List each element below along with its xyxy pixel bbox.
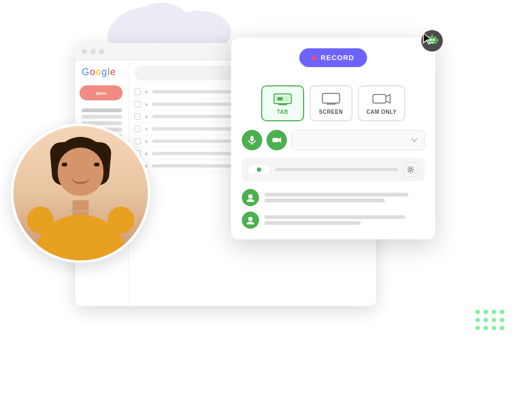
record-button-label: RECORD bbox=[321, 54, 354, 62]
svg-point-28 bbox=[248, 194, 253, 199]
email-checkbox[interactable] bbox=[134, 101, 141, 107]
record-button[interactable]: RECORD bbox=[299, 48, 367, 67]
browser-dot-green bbox=[99, 49, 104, 54]
email-checkbox[interactable] bbox=[134, 113, 141, 120]
recording-mode-selector: TAB SCREEN bbox=[242, 85, 425, 121]
svg-rect-16 bbox=[322, 93, 340, 103]
cam-only-mode-icon bbox=[372, 92, 391, 106]
email-star[interactable]: ★ bbox=[144, 114, 149, 120]
svg-marker-21 bbox=[386, 94, 390, 103]
user-info bbox=[264, 215, 425, 225]
tab-info-line bbox=[275, 168, 398, 171]
decoration-dot bbox=[500, 326, 504, 330]
user-name-line bbox=[264, 193, 408, 196]
browser-dot-red bbox=[82, 49, 87, 54]
decoration-dot bbox=[484, 326, 488, 330]
google-logo: Google bbox=[80, 67, 124, 78]
decoration-dot bbox=[492, 326, 496, 330]
recording-popup: RECORD TAB bbox=[231, 38, 435, 239]
svg-rect-25 bbox=[272, 138, 278, 142]
svg-marker-26 bbox=[278, 137, 281, 143]
mode-cam-only-button[interactable]: CAM ONLY bbox=[358, 85, 405, 121]
user-name-line bbox=[264, 215, 405, 219]
svg-point-29 bbox=[248, 217, 253, 221]
sidebar-nav-item bbox=[82, 115, 122, 119]
email-checkbox[interactable] bbox=[134, 89, 141, 95]
decoration-dot bbox=[476, 326, 480, 330]
decoration-dot bbox=[492, 318, 496, 322]
tab-active-indicator bbox=[257, 167, 261, 172]
microphone-button[interactable] bbox=[242, 130, 262, 150]
compose-button[interactable]: men bbox=[80, 85, 123, 100]
svg-marker-9 bbox=[423, 33, 432, 44]
decoration-dot bbox=[500, 310, 504, 314]
user-list bbox=[242, 189, 425, 229]
svg-rect-8 bbox=[437, 39, 438, 42]
camera-button[interactable] bbox=[267, 130, 287, 150]
user-row bbox=[242, 212, 425, 229]
cursor-icon bbox=[422, 32, 433, 47]
decoration-dot bbox=[484, 318, 488, 322]
screen-mode-icon bbox=[321, 92, 341, 106]
sidebar-nav-item bbox=[82, 108, 122, 112]
svg-point-27 bbox=[409, 169, 412, 171]
mode-tab-button[interactable]: TAB bbox=[261, 85, 304, 121]
email-star[interactable]: ★ bbox=[144, 89, 149, 95]
person-photo bbox=[11, 123, 150, 263]
cam-only-mode-label: CAM ONLY bbox=[366, 109, 397, 115]
svg-rect-12 bbox=[277, 97, 283, 100]
decoration-dot bbox=[476, 318, 480, 322]
browser-dot-yellow bbox=[90, 49, 96, 54]
tab-mode-label: TAB bbox=[277, 109, 288, 115]
settings-button[interactable] bbox=[403, 162, 418, 177]
user-avatar bbox=[242, 212, 259, 229]
email-star[interactable]: ★ bbox=[144, 101, 149, 107]
tab-mode-icon bbox=[273, 92, 292, 106]
decorative-dots bbox=[476, 310, 505, 331]
google-g: G bbox=[82, 67, 89, 78]
decoration-dot bbox=[500, 318, 504, 322]
camera-dropdown[interactable] bbox=[291, 130, 425, 150]
user-info bbox=[264, 193, 425, 202]
user-detail-line bbox=[264, 221, 361, 225]
tab-area bbox=[242, 158, 425, 181]
decoration-dot bbox=[476, 310, 480, 314]
screen-mode-label: SCREEN bbox=[319, 109, 343, 115]
decoration-dot bbox=[484, 310, 488, 314]
audio-controls bbox=[242, 130, 425, 150]
decoration-dot bbox=[492, 310, 496, 314]
user-detail-line bbox=[264, 199, 385, 202]
scene: Google men ★ bbox=[0, 0, 532, 401]
svg-rect-20 bbox=[373, 94, 386, 103]
cloud-decoration bbox=[134, 3, 188, 40]
record-indicator bbox=[312, 56, 317, 60]
svg-rect-22 bbox=[250, 136, 254, 141]
user-avatar bbox=[242, 189, 259, 206]
mode-screen-button[interactable]: SCREEN bbox=[310, 85, 353, 121]
active-tab-pill[interactable] bbox=[248, 165, 270, 174]
user-row bbox=[242, 189, 425, 206]
